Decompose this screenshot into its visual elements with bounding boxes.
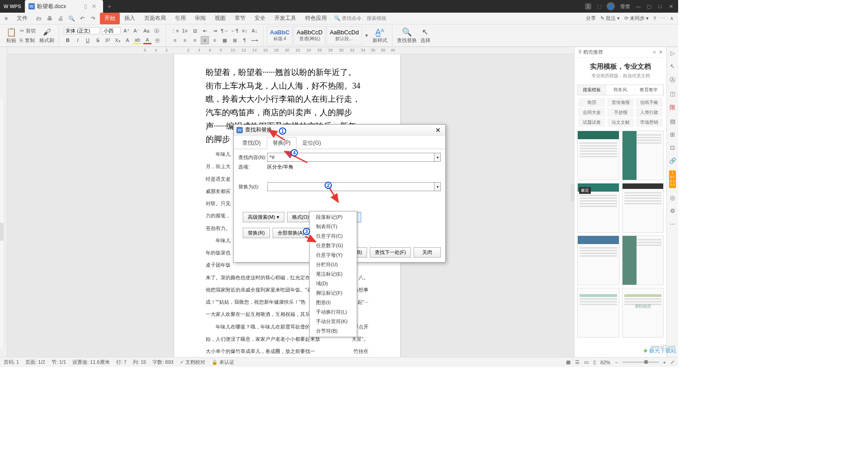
rtl-icon[interactable]: ←¶	[231, 27, 239, 35]
panel-close-icon[interactable]: ✕	[659, 49, 663, 55]
tab-menu-icon[interactable]: ▯	[84, 3, 87, 9]
command-search[interactable]: 🔍 查找命令、搜索模板	[334, 15, 387, 22]
side-settings-icon[interactable]: ⚙	[670, 207, 675, 214]
align-center-icon[interactable]: ≡	[181, 36, 189, 44]
window-restore[interactable]: ▢	[646, 4, 652, 9]
file-menu[interactable]: 文件	[12, 13, 32, 24]
side-shape-icon[interactable]: ◫	[670, 90, 675, 97]
style-more-icon[interactable]: ▾	[363, 32, 371, 40]
dialog-close-icon[interactable]: ✕	[434, 127, 443, 134]
menu-section-break[interactable]: 分节符(B)	[310, 326, 357, 336]
borders-icon[interactable]: ⊞	[231, 36, 239, 44]
tag[interactable]: 市场营销	[636, 118, 663, 127]
tab-goto[interactable]: 定位(G)	[297, 137, 327, 149]
tab-section[interactable]: 章节	[230, 13, 250, 24]
increase-font-icon[interactable]: A⁺	[123, 27, 131, 35]
phonetic-icon[interactable]: ㊥	[153, 36, 161, 44]
paste-button[interactable]: 📋粘贴	[5, 27, 18, 44]
numbering-icon[interactable]: 1≡	[181, 27, 189, 35]
comment-button[interactable]: ✎ 批注 ▾	[600, 15, 620, 22]
tab-view[interactable]: 视图	[210, 13, 230, 24]
tag[interactable]: 合同大全	[578, 108, 605, 117]
hamburger-icon[interactable]: ≡	[0, 13, 12, 24]
window-maximize[interactable]: □	[657, 4, 663, 9]
side-layer-icon[interactable]: ⊞	[670, 131, 675, 138]
menu-any-letter[interactable]: 任意字母(Y)	[310, 250, 357, 260]
preview-icon[interactable]: 🔍	[67, 15, 75, 22]
sync-button[interactable]: ⟳ 未同步 ▾	[624, 15, 649, 22]
cat-search[interactable]: 搜索模板	[578, 85, 606, 95]
view-print-icon[interactable]: ▦	[566, 359, 571, 365]
clear-format-icon[interactable]: ⓧ	[152, 27, 160, 35]
zoom-slider[interactable]	[623, 362, 659, 363]
panel-grip-icon[interactable]: ⠿	[578, 49, 582, 55]
align-right-icon[interactable]: ≡	[191, 36, 199, 44]
template-thumb[interactable]	[622, 183, 664, 233]
align-left-icon[interactable]: ≡	[171, 36, 179, 44]
strike-icon[interactable]: S̶	[94, 36, 102, 44]
superscript-icon[interactable]: X²	[104, 36, 112, 44]
close-button[interactable]: 关闭	[414, 247, 441, 258]
template-thumb[interactable]	[577, 235, 619, 285]
help-icon[interactable]: ?	[653, 16, 656, 21]
panel-collapse-handle[interactable]	[571, 183, 574, 202]
document-tab[interactable]: W 盼望着.docx ▯ ✕	[25, 0, 104, 13]
menu-any-digit[interactable]: 任意数字(G)	[310, 241, 357, 250]
open-icon[interactable]: 🗁	[35, 15, 43, 22]
menu-any-char[interactable]: 任意字符(C)	[310, 231, 357, 241]
texteffect-icon[interactable]: A	[123, 36, 132, 44]
window-minimize[interactable]: —	[636, 4, 641, 9]
menu-page-break[interactable]: 手动分页符(K)	[310, 317, 357, 326]
italic-icon[interactable]: I	[74, 36, 82, 44]
tab-special[interactable]: 特色应用	[301, 13, 331, 24]
tag[interactable]: 手抄报	[607, 108, 634, 117]
style-default[interactable]: AaBbCcDd默认段...	[326, 26, 362, 45]
template-thumb[interactable]	[577, 288, 619, 338]
print-icon[interactable]: 🖨	[57, 15, 65, 22]
tab-security[interactable]: 安全	[250, 13, 270, 24]
tag[interactable]: 人资行政	[636, 108, 663, 117]
tag[interactable]: 论文文献	[607, 118, 634, 127]
zoom-value[interactable]: 82%	[600, 360, 610, 365]
replace-input[interactable]	[267, 182, 434, 191]
tag[interactable]: 宣传海报	[607, 98, 634, 107]
tab-devtools[interactable]: 开发工具	[270, 13, 301, 24]
horizontal-ruler[interactable]: 642 246 81012 141618 202224 262830 32343…	[0, 47, 574, 54]
findnext-button[interactable]: 查找下一处(F)	[370, 247, 411, 258]
save-icon[interactable]: 🖶	[46, 15, 54, 22]
tab-insert[interactable]: 插入	[120, 13, 140, 24]
tag[interactable]: 信纸手账	[636, 98, 663, 107]
style-heading4[interactable]: AaBbC标题 4	[267, 26, 292, 45]
cat-education[interactable]: 教育教学	[635, 85, 663, 95]
user-avatar[interactable]: 👤	[607, 2, 615, 10]
align-justify-icon[interactable]: ≡	[201, 36, 209, 44]
window-close[interactable]: ✕	[668, 4, 674, 9]
status-pages[interactable]: 页面: 1/2	[25, 359, 45, 366]
status-words[interactable]: 字数: 893	[152, 359, 173, 366]
fontcolor-icon[interactable]: A	[143, 36, 151, 44]
menu-graphic[interactable]: 图形(I)	[310, 298, 357, 307]
menu-tab[interactable]: 制表符(T)	[310, 222, 357, 231]
status-page[interactable]: 页码: 1	[4, 359, 19, 366]
panel-settings-icon[interactable]: ≡	[653, 49, 656, 55]
bullets-icon[interactable]: ⋮≡	[171, 27, 179, 35]
tab-references[interactable]: 引用	[170, 13, 190, 24]
tag[interactable]: 简历	[578, 98, 605, 107]
template-thumb[interactable]	[577, 131, 619, 180]
side-limit-icon[interactable]: 限	[670, 103, 675, 112]
add-tab-button[interactable]: +	[103, 3, 116, 10]
status-verify[interactable]: 🔒 未认证	[212, 359, 234, 366]
zoom-out-icon[interactable]: −	[615, 360, 618, 365]
bold-icon[interactable]: B	[64, 36, 72, 44]
tag[interactable]: 试题试卷	[578, 118, 605, 127]
tab-close-icon[interactable]: ✕	[92, 3, 96, 9]
redo-icon[interactable]: ↷	[89, 15, 97, 22]
menu-field[interactable]: 域(D)	[310, 279, 357, 288]
decrease-indent-icon[interactable]: ⇤	[201, 27, 209, 35]
cat-business[interactable]: 商务风	[606, 85, 635, 95]
increase-indent-icon[interactable]: ⇥	[211, 27, 219, 35]
tabs-icon[interactable]: ⟶	[250, 36, 259, 44]
style-normal-web[interactable]: AaBbCcD普通(网站)	[293, 26, 326, 45]
chevron-icon[interactable]: ∧	[670, 15, 674, 21]
align-distribute-icon[interactable]: ≡	[211, 36, 219, 44]
